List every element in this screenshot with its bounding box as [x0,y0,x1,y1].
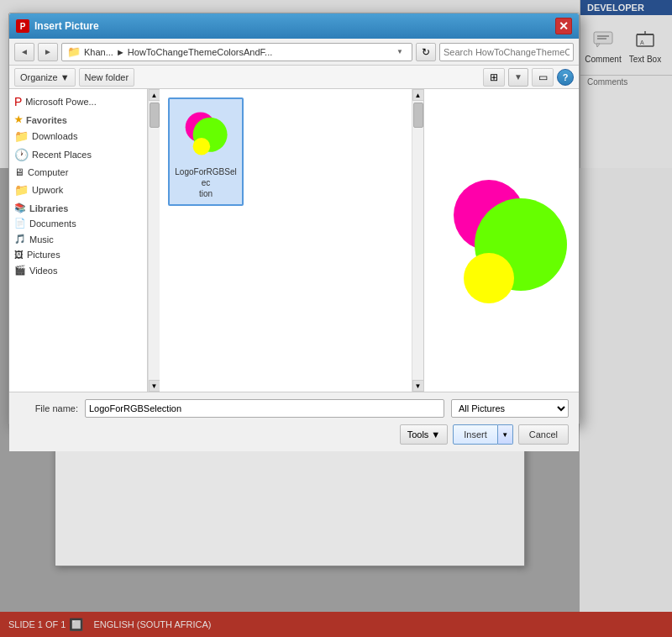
upwork-label: Upwork [32,185,63,195]
dialog-nav-toolbar: ◄ ► 📁 Khan... ► HowToChangeThemeColorsAn… [9,39,579,66]
dialog-bottom: File name: All Pictures Tools ▼ Insert ▼… [9,392,579,451]
dialog-close-button[interactable]: ✕ [555,18,572,34]
logo-thumbnail-svg [179,107,233,161]
tree-scroll-up[interactable]: ▲ [149,89,160,101]
downloads-folder-icon: 📁 [14,129,29,143]
svg-point-10 [193,138,210,155]
file-item-logo[interactable]: LogoForRGBSelection [168,97,244,206]
pictures-icon: 🖼 [14,250,24,260]
new-folder-label: New folder [85,72,129,82]
cancel-button[interactable]: Cancel [518,424,569,445]
tree-scroll-down[interactable]: ▼ [149,380,160,392]
insert-dropdown-button[interactable]: ▼ [498,424,513,445]
preview-pane [423,89,579,392]
tree-scrollbar[interactable]: ▲ ▼ [148,89,160,392]
tree-item-documents[interactable]: 📄 Documents [9,215,147,231]
libraries-header: 📚 Libraries [9,199,147,215]
svg-point-13 [464,253,514,303]
recent-places-icon: 🕐 [14,148,29,161]
file-scroll-down[interactable]: ▼ [412,380,424,392]
dialog-body: P Microsoft Powe... ★ Favorites 📁 Downlo… [9,89,579,392]
organize-dropdown-icon: ▼ [60,72,70,82]
powerpoint-icon: P [14,95,22,108]
filename-input[interactable] [85,399,444,418]
dialog-title-left: P Insert Picture [16,19,99,33]
tools-button[interactable]: Tools ▼ [400,424,449,445]
favorites-star-icon: ★ [14,114,23,125]
tree-item-music[interactable]: 🎵 Music [9,231,147,247]
favorites-header: ★ Favorites [9,111,147,127]
documents-icon: 📄 [14,218,26,229]
new-folder-button[interactable]: New folder [79,68,135,87]
file-thumbnail [176,104,235,163]
dialog-toolbar2: Organize ▼ New folder ⊞ ▼ ▭ ? [9,66,579,89]
file-scroll-thumb[interactable] [413,103,423,128]
tree-item-videos[interactable]: 🎬 Videos [9,262,147,278]
tree-scroll-thumb[interactable] [150,103,160,128]
dialog-title: Insert Picture [34,20,99,32]
breadcrumb-dropdown[interactable]: ▼ [393,45,407,59]
search-input[interactable] [439,43,574,61]
computer-icon: 🖥 [14,166,24,178]
insert-picture-dialog: P Insert Picture ✕ ◄ ► 📁 Khan... ► HowTo… [8,13,580,424]
dialog-app-icon: P [16,19,29,33]
filetype-select[interactable]: All Pictures [451,399,569,418]
file-list-area: LogoForRGBSelection [160,89,412,392]
downloads-label: Downloads [32,131,77,141]
dialog-actions: Tools ▼ Insert ▼ Cancel [19,424,569,445]
insert-button-group: Insert ▼ [453,424,513,445]
refresh-button[interactable]: ↻ [416,43,436,61]
videos-icon: 🎬 [14,265,26,276]
recent-places-label: Recent Places [32,150,92,160]
tools-dropdown-icon: ▼ [431,429,440,440]
tools-label: Tools [407,429,429,440]
filename-label: File name: [19,403,78,413]
tree-item-downloads[interactable]: 📁 Downloads [9,127,147,145]
tree-item-recent-places[interactable]: 🕐 Recent Places [9,145,147,164]
pictures-label: Pictures [27,250,60,260]
file-item-name: LogoForRGBSelection [173,166,239,199]
breadcrumb-text: Khan... ► HowToChangeThemeColorsAndF... [84,47,272,57]
dialog-titlebar: P Insert Picture ✕ [9,13,579,39]
file-list-scrollbar[interactable]: ▲ ▼ [412,89,423,392]
view-options-button[interactable]: ⊞ [483,68,505,87]
organize-label: Organize [20,72,58,82]
preview-image [434,173,569,308]
forward-button[interactable]: ► [38,43,58,61]
tree-panel: P Microsoft Powe... ★ Favorites 📁 Downlo… [9,89,160,392]
insert-button[interactable]: Insert [453,424,498,445]
tree-root-label: Microsoft Powe... [25,97,96,107]
filename-row: File name: All Pictures [19,399,569,418]
libraries-label: Libraries [29,203,68,213]
back-button[interactable]: ◄ [14,43,34,61]
upwork-folder-icon: 📁 [14,183,29,197]
file-tree: P Microsoft Powe... ★ Favorites 📁 Downlo… [9,89,148,392]
tree-item-computer[interactable]: 🖥 Computer [9,164,147,181]
breadcrumb-bar[interactable]: 📁 Khan... ► HowToChangeThemeColorsAndF..… [61,43,412,61]
tree-item-upwork[interactable]: 📁 Upwork [9,181,147,199]
file-scroll-up[interactable]: ▲ [412,89,424,101]
folder-icon: 📁 [67,45,81,58]
help-button[interactable]: ? [557,69,574,86]
music-icon: 🎵 [14,234,26,245]
view-dropdown-button[interactable]: ▼ [508,68,528,87]
favorites-label: Favorites [26,115,67,125]
tree-item-root[interactable]: P Microsoft Powe... [9,92,147,111]
documents-label: Documents [29,218,76,229]
libraries-folder-icon: 📚 [14,203,26,213]
preview-pane-button[interactable]: ▭ [532,68,554,87]
preview-svg [437,169,567,312]
videos-label: Videos [29,266,57,276]
computer-label: Computer [28,167,68,177]
file-area: LogoForRGBSelection ▲ ▼ [160,89,423,392]
tree-item-pictures[interactable]: 🖼 Pictures [9,247,147,262]
dialog-overlay: P Insert Picture ✕ ◄ ► 📁 Khan... ► HowTo… [0,0,672,637]
file-list: LogoForRGBSelection [160,89,412,392]
music-label: Music [29,234,54,245]
organize-button[interactable]: Organize ▼ [14,68,76,87]
